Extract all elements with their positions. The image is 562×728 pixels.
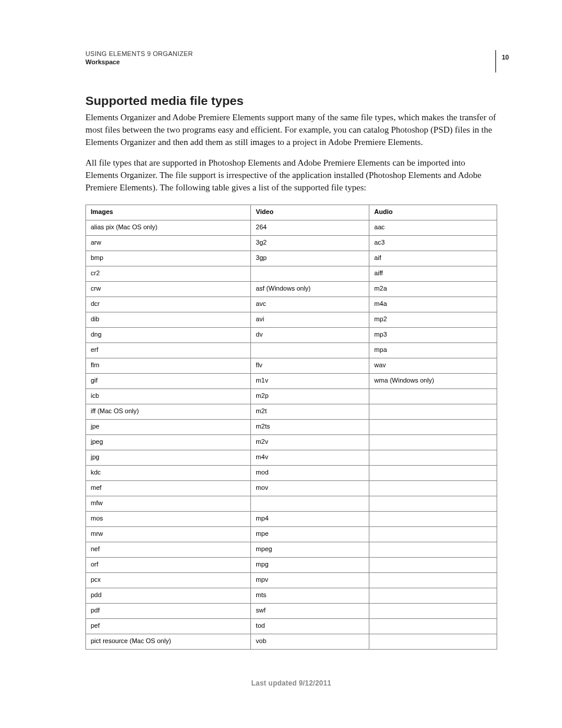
table-cell: mef [86, 481, 251, 496]
running-header-section: Workspace [85, 58, 497, 65]
table-cell [369, 588, 497, 604]
table-cell: mp4 [251, 512, 369, 527]
table-cell: 264 [251, 220, 369, 236]
table-cell [369, 558, 497, 573]
table-cell [369, 420, 497, 435]
table-cell: arw [86, 236, 251, 251]
table-row: gifm1vwma (Windows only) [86, 374, 497, 389]
page-footer: Last updated 9/12/2011 [85, 679, 497, 687]
table-cell: mpv [251, 573, 369, 588]
table-row: erfmpa [86, 343, 497, 358]
table-cell [251, 343, 369, 358]
table-cell: dng [86, 328, 251, 343]
table-cell: mts [251, 588, 369, 604]
table-row: dngdvmp3 [86, 328, 497, 343]
table-cell: swf [251, 604, 369, 619]
table-cell [251, 266, 369, 282]
table-cell: mos [86, 512, 251, 527]
table-body: alias pix (Mac OS only)264aacarw3g2ac3bm… [86, 220, 497, 650]
table-cell: pdd [86, 588, 251, 604]
table-row: pict resource (Mac OS only)vob [86, 634, 497, 650]
table-cell: pef [86, 619, 251, 634]
table-cell [369, 404, 497, 420]
table-cell [369, 527, 497, 542]
table-cell [369, 634, 497, 650]
table-cell [369, 450, 497, 466]
table-cell: bmp [86, 251, 251, 266]
table-cell: dib [86, 312, 251, 328]
table-row: iff (Mac OS only)m2t [86, 404, 497, 420]
table-cell: aac [369, 220, 497, 236]
table-cell: jpg [86, 450, 251, 466]
section-heading: Supported media file types [85, 94, 497, 108]
table-cell: dv [251, 328, 369, 343]
table-row: nefmpeg [86, 542, 497, 558]
table-cell: pcx [86, 573, 251, 588]
table-cell: avc [251, 297, 369, 312]
table-cell: pdf [86, 604, 251, 619]
table-cell: mpe [251, 527, 369, 542]
page-number: 10 [495, 50, 509, 73]
table-row: dcravcm4a [86, 297, 497, 312]
table-row: kdcmod [86, 466, 497, 481]
table-cell: erf [86, 343, 251, 358]
table-cell: jpeg [86, 435, 251, 450]
table-row: crwasf (Windows only)m2a [86, 282, 497, 297]
table-cell: iff (Mac OS only) [86, 404, 251, 420]
table-cell: 3g2 [251, 236, 369, 251]
table-cell: m4v [251, 450, 369, 466]
table-cell [369, 389, 497, 404]
table-cell: mp2 [369, 312, 497, 328]
table-row: jpegm2v [86, 435, 497, 450]
col-header-audio: Audio [369, 205, 497, 220]
table-row: icbm2p [86, 389, 497, 404]
table-row: jpem2ts [86, 420, 497, 435]
table-cell: vob [251, 634, 369, 650]
table-cell: m1v [251, 374, 369, 389]
table-cell [369, 542, 497, 558]
table-cell: nef [86, 542, 251, 558]
table-cell: kdc [86, 466, 251, 481]
table-cell [369, 496, 497, 512]
table-cell: mpa [369, 343, 497, 358]
table-cell: mfw [86, 496, 251, 512]
table-row: peftod [86, 619, 497, 634]
table-row: mrwmpe [86, 527, 497, 542]
table-cell: aif [369, 251, 497, 266]
table-cell: 3gp [251, 251, 369, 266]
table-row: mfw [86, 496, 497, 512]
table-cell: m2a [369, 282, 497, 297]
table-row: dibavimp2 [86, 312, 497, 328]
table-cell [251, 496, 369, 512]
table-cell: mov [251, 481, 369, 496]
table-cell: mp3 [369, 328, 497, 343]
table-row: pcxmpv [86, 573, 497, 588]
table-cell: m2ts [251, 420, 369, 435]
table-cell: wma (Windows only) [369, 374, 497, 389]
table-cell: m2t [251, 404, 369, 420]
table-cell: dcr [86, 297, 251, 312]
table-cell: wav [369, 358, 497, 374]
table-row: orfmpg [86, 558, 497, 573]
table-cell: ac3 [369, 236, 497, 251]
table-cell [369, 573, 497, 588]
table-cell [369, 512, 497, 527]
col-header-video: Video [251, 205, 369, 220]
table-row: cr2aiff [86, 266, 497, 282]
table-header-row: Images Video Audio [86, 205, 497, 220]
running-header-title: USING ELEMENTS 9 ORGANIZER [85, 50, 497, 57]
table-cell: flm [86, 358, 251, 374]
table-cell: cr2 [86, 266, 251, 282]
table-cell: orf [86, 558, 251, 573]
table-cell: mpeg [251, 542, 369, 558]
table-row: mefmov [86, 481, 497, 496]
table-cell: gif [86, 374, 251, 389]
table-row: pdfswf [86, 604, 497, 619]
table-row: alias pix (Mac OS only)264aac [86, 220, 497, 236]
table-cell: pict resource (Mac OS only) [86, 634, 251, 650]
table-cell: asf (Windows only) [251, 282, 369, 297]
table-cell: jpe [86, 420, 251, 435]
table-cell: m4a [369, 297, 497, 312]
table-cell: mrw [86, 527, 251, 542]
table-row: jpgm4v [86, 450, 497, 466]
